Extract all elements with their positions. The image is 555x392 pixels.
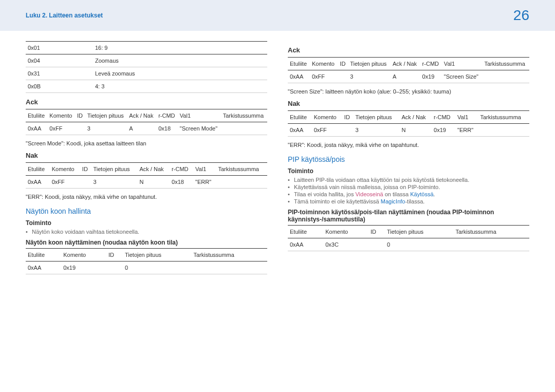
code-cell: 16: 9 [93, 42, 267, 54]
list-item: Näytön koko voidaan vaihtaa tietokoneell… [26, 229, 267, 235]
nak-note: "ERR": Koodi, josta näkyy, mikä virhe on… [26, 194, 267, 200]
section-heading: Näytön koon hallinta [26, 207, 267, 215]
magicinfo-link: MagicInfo [381, 198, 405, 204]
ack-note: "Screen Size": laitteen näytön koko (alu… [288, 88, 529, 95]
ack-heading: Ack [288, 46, 529, 54]
list-item: Käytettävissä vain niissä malleissa, joi… [288, 184, 529, 190]
code-cell: 0x04 [26, 54, 93, 67]
code-cell: Leveä zoomaus [93, 67, 267, 80]
sub-heading: PIP-toiminnon käytössä/pois-tilan näyttä… [288, 209, 529, 223]
page-number: 26 [513, 7, 529, 24]
ack-table: EtuliiteKomentoIDTietojen pituusAck / Na… [288, 57, 529, 83]
page-content: 0x0116: 9 0x04Zoomaus 0x31Leveä zoomaus … [0, 31, 555, 290]
toiminto-heading: Toiminto [26, 219, 267, 227]
toiminto-list: Laitteen PIP-tila voidaan ottaa käyttöön… [288, 177, 529, 204]
codes-table: 0x0116: 9 0x04Zoomaus 0x31Leveä zoomaus … [26, 41, 267, 93]
list-item: Tämä toiminto ei ole käytettävissä Magic… [288, 198, 529, 204]
cmd-table: EtuliiteKomentoIDTietojen pituusTarkistu… [26, 248, 267, 274]
toiminto-heading: Toiminto [288, 167, 529, 175]
nak-table: EtuliiteKomentoIDTietojen pituusAck / Na… [26, 162, 267, 189]
code-cell: 4: 3 [93, 80, 267, 93]
code-cell: 0x31 [26, 67, 93, 80]
kaytossa-link: Käytössä [410, 191, 433, 197]
breadcrumb: Luku 2. Laitteen asetukset [26, 12, 103, 19]
left-column: 0x0116: 9 0x04Zoomaus 0x31Leveä zoomaus … [26, 41, 267, 279]
list-item: Laitteen PIP-tila voidaan ottaa käyttöön… [288, 177, 529, 183]
list-item: Tilaa ei voida hallita, jos Videoseinä o… [288, 191, 529, 197]
code-cell: 0x01 [26, 42, 93, 54]
nak-note: "ERR": Koodi, josta näkyy, mikä virhe on… [288, 142, 529, 148]
ack-note: "Screen Mode": Koodi, joka asettaa laitt… [26, 140, 267, 146]
code-cell: Zoomaus [93, 54, 267, 67]
ack-table: EtuliiteKomentoIDTietojen pituusAck / Na… [26, 109, 267, 135]
code-cell: 0x0B [26, 80, 93, 93]
videoseina-link: Videoseinä [355, 191, 383, 197]
ack-heading: Ack [26, 98, 267, 106]
sub-heading: Näytön koon näyttäminen (noudaa näytön k… [26, 239, 267, 246]
cmd-table: EtuliiteKomentoIDTietojen pituusTarkistu… [288, 225, 529, 251]
section-heading: PIP käytössä/pois [288, 155, 529, 163]
right-column: Ack EtuliiteKomentoIDTietojen pituusAck … [288, 41, 529, 279]
page-header: Luku 2. Laitteen asetukset 26 [0, 0, 555, 31]
nak-table: EtuliiteKomentoIDTietojen pituusAck / Na… [288, 110, 529, 137]
nak-heading: Nak [288, 100, 529, 107]
toiminto-list: Näytön koko voidaan vaihtaa tietokoneell… [26, 229, 267, 235]
nak-heading: Nak [26, 152, 267, 159]
